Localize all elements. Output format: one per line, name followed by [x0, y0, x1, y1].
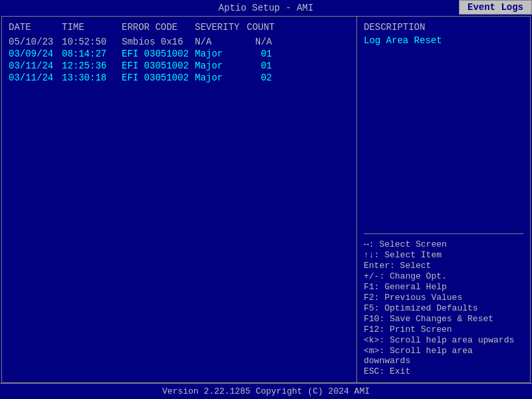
- log-error-code: Smbios 0x16: [122, 37, 195, 47]
- help-line: F12: Print Screen: [364, 325, 523, 334]
- log-error-code: EFI 03051002: [122, 61, 195, 71]
- help-line: <m>: Scroll help area downwards: [364, 346, 523, 366]
- col-header-error-code: ERROR CODE: [122, 22, 195, 33]
- description-label: DESCRIPTION: [364, 22, 523, 33]
- help-line: F1: General Help: [364, 282, 523, 292]
- col-header-severity: SEVERITY: [195, 22, 241, 33]
- log-date: 03/11/24: [9, 72, 62, 83]
- tab-bar: Event Logs: [459, 0, 532, 15]
- col-header-time: TIME: [62, 22, 122, 33]
- app-title: Aptio Setup - AMI: [219, 3, 314, 13]
- app: Aptio Setup - AMI Event Logs DATE TIME E…: [0, 0, 532, 399]
- footer-text: Version 2.22.1285 Copyright (C) 2024 AMI: [162, 386, 370, 396]
- help-line: F2: Previous Values: [364, 293, 523, 303]
- log-time: 12:25:36: [62, 61, 122, 71]
- help-line: F5: Optimized Defaults: [364, 303, 523, 313]
- left-panel: DATE TIME ERROR CODE SEVERITY COUNT 05/1…: [2, 17, 357, 382]
- log-row[interactable]: 03/09/2408:14:27EFI 03051002Major01: [9, 49, 350, 59]
- column-headers: DATE TIME ERROR CODE SEVERITY COUNT: [9, 22, 350, 33]
- log-time: 10:52:50: [62, 37, 122, 47]
- footer: Version 2.22.1285 Copyright (C) 2024 AMI: [0, 383, 532, 399]
- log-count: 01: [241, 61, 275, 71]
- help-line: +/-: Change Opt.: [364, 271, 523, 281]
- help-line: <k>: Scroll help area upwards: [364, 335, 523, 345]
- log-date: 05/10/23: [9, 37, 62, 47]
- col-header-count: COUNT: [241, 22, 275, 33]
- log-row[interactable]: 03/11/2413:30:18EFI 03051002Major02: [9, 72, 350, 83]
- help-section: ↔: Select Screen↑↓: Select ItemEnter: Se…: [364, 239, 523, 377]
- help-line: ↑↓: Select Item: [364, 250, 523, 260]
- log-error-code: EFI 03051002: [122, 72, 195, 83]
- help-line: Enter: Select: [364, 261, 523, 271]
- log-severity: Major: [195, 61, 241, 71]
- log-severity: Major: [195, 72, 241, 83]
- log-time: 08:14:27: [62, 49, 122, 59]
- help-line: F10: Save Changes & Reset: [364, 314, 523, 324]
- col-header-date: DATE: [9, 22, 62, 33]
- log-row[interactable]: 03/11/2412:25:36EFI 03051002Major01: [9, 61, 350, 71]
- right-panel: DESCRIPTION Log Area Reset ↔: Select Scr…: [357, 17, 530, 382]
- log-date: 03/11/24: [9, 61, 62, 71]
- log-severity: N/A: [195, 37, 241, 47]
- log-count: 01: [241, 49, 275, 59]
- log-severity: Major: [195, 49, 241, 59]
- log-date: 03/09/24: [9, 49, 62, 59]
- log-count: N/A: [241, 37, 275, 47]
- log-row[interactable]: 05/10/2310:52:50Smbios 0x16N/AN/A: [9, 37, 350, 47]
- log-error-code: EFI 03051002: [122, 49, 195, 59]
- log-table: 05/10/2310:52:50Smbios 0x16N/AN/A03/09/2…: [9, 37, 350, 83]
- main-content: DATE TIME ERROR CODE SEVERITY COUNT 05/1…: [1, 16, 531, 383]
- help-line: ESC: Exit: [364, 366, 523, 376]
- log-area-reset-item[interactable]: Log Area Reset: [364, 35, 523, 46]
- help-line: ↔: Select Screen: [364, 239, 523, 249]
- help-divider: [364, 233, 523, 234]
- log-time: 13:30:18: [62, 72, 122, 83]
- title-bar: Aptio Setup - AMI Event Logs: [0, 0, 532, 16]
- log-count: 02: [241, 72, 275, 83]
- tab-event-logs[interactable]: Event Logs: [459, 0, 532, 15]
